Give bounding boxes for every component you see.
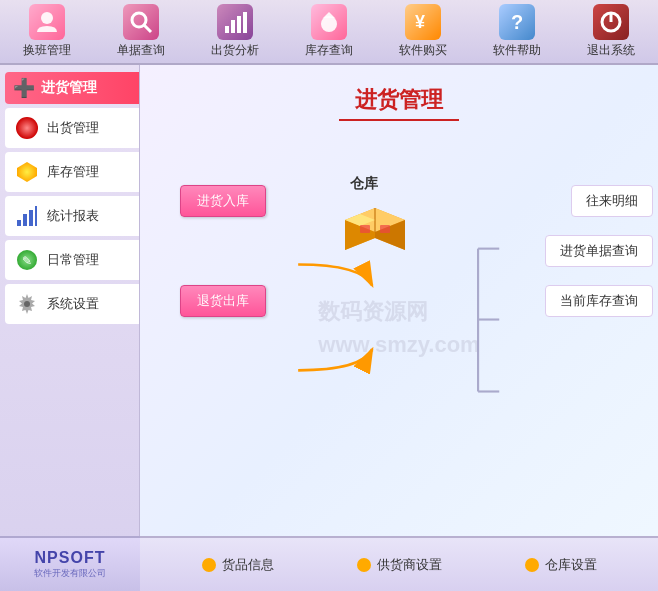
svg-rect-4 xyxy=(231,20,235,33)
delivery-analysis-icon xyxy=(217,4,253,40)
inventory-management-label: 库存管理 xyxy=(47,163,99,181)
svg-text:¥: ¥ xyxy=(415,12,425,32)
sidebar: ➕ 进货管理 出货管理 库存管理 统计报表 ✎ 日常管理 xyxy=(0,65,140,591)
toolbar-software-help[interactable]: ? 软件帮助 xyxy=(477,4,557,59)
warehouse-box-icon xyxy=(335,190,415,260)
svg-point-0 xyxy=(41,12,53,24)
page-title: 进货管理 xyxy=(140,85,658,115)
svg-point-1 xyxy=(132,13,146,27)
svg-rect-15 xyxy=(17,220,21,226)
toolbar-exit-system[interactable]: 退出系统 xyxy=(571,4,651,59)
svg-rect-3 xyxy=(225,26,229,33)
svg-rect-18 xyxy=(35,206,37,226)
statistics-report-label: 统计报表 xyxy=(47,207,99,225)
svg-rect-5 xyxy=(237,16,241,33)
bottom-warehouse-settings[interactable]: 仓库设置 xyxy=(525,556,597,574)
svg-rect-6 xyxy=(243,12,247,33)
sidebar-active-label: 进货管理 xyxy=(41,79,97,97)
bottom-goods-info[interactable]: 货品信息 xyxy=(202,556,274,574)
order-query-icon xyxy=(123,4,159,40)
goods-info-label: 货品信息 xyxy=(222,556,274,574)
inbound-button[interactable]: 进货入库 xyxy=(180,185,266,217)
sidebar-item-purchase-management[interactable]: ➕ 进货管理 xyxy=(5,72,139,104)
svg-point-13 xyxy=(16,117,38,139)
logo-sub: 软件开发有限公司 xyxy=(34,567,106,580)
shift-management-label: 换班管理 xyxy=(23,42,71,59)
svg-point-22 xyxy=(24,301,30,307)
toolbar-software-purchase[interactable]: ¥ 软件购买 xyxy=(383,4,463,59)
goods-info-dot xyxy=(202,558,216,572)
toolbar-shift-management[interactable]: 换班管理 xyxy=(7,4,87,59)
svg-text:✎: ✎ xyxy=(22,254,32,268)
toolbar-delivery-analysis[interactable]: 出货分析 xyxy=(195,4,275,59)
software-purchase-icon: ¥ xyxy=(405,4,441,40)
supplier-settings-dot xyxy=(357,558,371,572)
supplier-settings-label: 供货商设置 xyxy=(377,556,442,574)
logo-area: NPSOFT 软件开发有限公司 xyxy=(0,536,140,591)
svg-rect-35 xyxy=(380,225,390,233)
toolbar: 换班管理 单据查询 出货分析 库存查询 ¥ 软件购买 ? 软件帮助 退出系统 xyxy=(0,0,658,65)
exit-system-label: 退出系统 xyxy=(587,42,635,59)
toolbar-order-query[interactable]: 单据查询 xyxy=(101,4,181,59)
sidebar-item-delivery-management[interactable]: 出货管理 xyxy=(5,108,139,148)
plus-icon: ➕ xyxy=(13,77,35,99)
sidebar-item-statistics-report[interactable]: 统计报表 xyxy=(5,196,139,236)
warehouse-settings-label: 仓库设置 xyxy=(545,556,597,574)
svg-rect-34 xyxy=(360,225,370,233)
bottom-supplier-settings[interactable]: 供货商设置 xyxy=(357,556,442,574)
diagram: 进货入库 退货出库 仓库 xyxy=(150,125,658,531)
bottom-bar: 货品信息 供货商设置 仓库设置 xyxy=(140,536,658,591)
software-help-label: 软件帮助 xyxy=(493,42,541,59)
inventory-query-label: 库存查询 xyxy=(305,42,353,59)
content-area: 数码资源网www.smzy.com 进货管理 xyxy=(140,65,658,591)
main-layout: ➕ 进货管理 出货管理 库存管理 统计报表 ✎ 日常管理 xyxy=(0,65,658,591)
svg-marker-8 xyxy=(323,12,335,18)
toolbar-inventory-query[interactable]: 库存查询 xyxy=(289,4,369,59)
delivery-management-label: 出货管理 xyxy=(47,119,99,137)
svg-line-2 xyxy=(144,25,151,32)
svg-marker-14 xyxy=(17,162,37,182)
software-purchase-label: 软件购买 xyxy=(399,42,447,59)
daily-management-label: 日常管理 xyxy=(47,251,99,269)
statistics-report-icon xyxy=(15,204,39,228)
sidebar-item-daily-management[interactable]: ✎ 日常管理 xyxy=(5,240,139,280)
inventory-query-icon xyxy=(311,4,347,40)
sidebar-item-inventory-management[interactable]: 库存管理 xyxy=(5,152,139,192)
shift-management-icon xyxy=(29,4,65,40)
order-query-label: 单据查询 xyxy=(117,42,165,59)
delivery-analysis-label: 出货分析 xyxy=(211,42,259,59)
daily-management-icon: ✎ xyxy=(15,248,39,272)
sidebar-item-system-settings[interactable]: 系统设置 xyxy=(5,284,139,324)
purchase-order-query-option[interactable]: 进货单据查询 xyxy=(545,235,653,267)
current-inventory-query-option[interactable]: 当前库存查询 xyxy=(545,285,653,317)
software-help-icon: ? xyxy=(499,4,535,40)
svg-rect-17 xyxy=(29,210,33,226)
exit-system-icon xyxy=(593,4,629,40)
svg-text:?: ? xyxy=(511,11,523,33)
delivery-management-icon xyxy=(15,116,39,140)
svg-rect-16 xyxy=(23,214,27,226)
system-settings-label: 系统设置 xyxy=(47,295,99,313)
transaction-detail-option[interactable]: 往来明细 xyxy=(571,185,653,217)
inventory-management-icon xyxy=(15,160,39,184)
page-title-underline xyxy=(339,119,459,121)
svg-point-7 xyxy=(321,16,337,32)
system-settings-icon xyxy=(15,292,39,316)
return-button[interactable]: 退货出库 xyxy=(180,285,266,317)
warehouse-settings-dot xyxy=(525,558,539,572)
logo-text: NPSOFT xyxy=(35,549,106,567)
